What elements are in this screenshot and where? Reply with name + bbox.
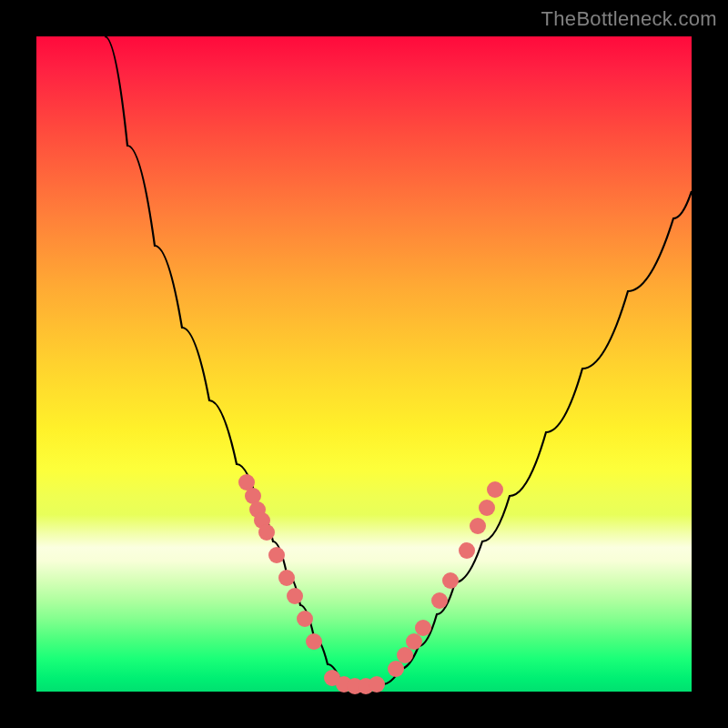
marker-dot xyxy=(431,592,448,609)
marker-dot xyxy=(397,647,413,663)
marker-dot xyxy=(287,588,303,604)
marker-dot xyxy=(442,572,459,589)
marker-dot xyxy=(297,611,313,627)
marker-dot xyxy=(268,547,285,563)
marker-dot xyxy=(278,570,295,586)
marker-dot xyxy=(369,676,385,693)
marker-dot xyxy=(459,542,475,559)
marker-dot xyxy=(258,524,275,541)
marker-dot xyxy=(406,633,422,650)
plot-area xyxy=(36,36,692,692)
watermark-label: TheBottleneck.com xyxy=(541,7,717,31)
bottleneck-curve xyxy=(105,36,692,687)
marker-dot xyxy=(487,481,503,498)
curve-svg xyxy=(36,36,692,692)
marker-dot xyxy=(415,620,431,636)
marker-dot xyxy=(479,500,495,516)
marker-dot xyxy=(388,661,404,677)
marker-dot xyxy=(470,518,486,534)
marker-dot xyxy=(306,633,322,650)
